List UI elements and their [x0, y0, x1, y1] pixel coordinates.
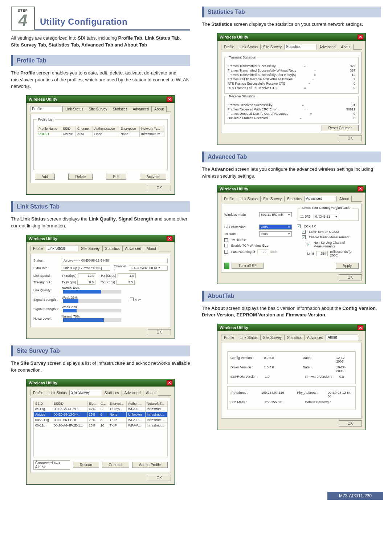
tab-profile[interactable]: Profile — [221, 335, 237, 340]
edit-button[interactable]: Edit — [106, 174, 126, 180]
tab-about[interactable]: About — [143, 390, 158, 396]
col-auth[interactable]: Authentication — [93, 126, 119, 132]
tab-profile[interactable]: Profile — [221, 196, 237, 202]
close-icon[interactable]: ✕ — [167, 236, 172, 241]
dbm-checkbox[interactable] — [130, 298, 134, 301]
profile-text: The Profile screen enables you to create… — [11, 70, 190, 90]
ok-button[interactable]: OK — [148, 475, 171, 481]
tab-site[interactable]: Site Survey — [78, 246, 102, 251]
tab-link[interactable]: Link Status — [237, 196, 260, 202]
col-net[interactable]: Network Ty... — [139, 126, 164, 132]
site-row[interactable]: 00-11g00-20-A6-4F-2E-1...26%10TKIPWPA-P.… — [34, 422, 168, 428]
tab-link[interactable]: Link Status — [46, 390, 69, 396]
tab-site[interactable]: Site Survey — [69, 390, 102, 396]
nons-checkbox[interactable] — [307, 243, 310, 246]
tab-about[interactable]: About — [144, 246, 159, 251]
bg-select[interactable]: 0: CH1-11▾ — [314, 214, 339, 219]
tab-adv[interactable]: Advanced — [122, 246, 144, 251]
site-col[interactable]: Authent... — [126, 401, 145, 406]
tx-legend: Transmit Statistics — [228, 56, 257, 59]
bgp-select[interactable]: Auto▾ — [259, 225, 292, 230]
tab-about[interactable]: About — [336, 196, 352, 202]
tab-profile[interactable]: Profile — [221, 44, 237, 50]
tab-stats[interactable]: Statistics — [284, 44, 317, 50]
ok-button[interactable]: OK — [339, 135, 362, 141]
col-enc[interactable]: Encryption — [119, 126, 140, 132]
tcp-checkbox[interactable] — [224, 244, 228, 247]
close-icon[interactable]: ✕ — [358, 186, 363, 191]
tab-profile[interactable]: Profile — [30, 390, 46, 396]
tab-site[interactable]: Site Survey — [86, 106, 110, 112]
site-col[interactable]: SSID — [34, 401, 52, 406]
tab-link[interactable]: Link Status — [237, 44, 260, 50]
close-icon[interactable]: ✕ — [358, 325, 363, 330]
site-row[interactable]: 0055-11g00-0F-66-EE-1E-...23%8TKIPWPA-P.… — [34, 417, 168, 422]
tab-profile[interactable]: Profile — [30, 106, 63, 112]
ok-button[interactable]: OK — [339, 420, 362, 426]
ok-button[interactable]: OK — [148, 185, 171, 191]
close-icon[interactable]: ✕ — [167, 380, 172, 385]
tab-link[interactable]: Link Status — [62, 106, 86, 112]
tab-about[interactable]: About — [326, 335, 358, 340]
reset-counter-button[interactable]: Reset Counter — [322, 125, 359, 131]
tab-adv[interactable]: Advanced — [304, 196, 337, 202]
tab-stats[interactable]: Statistics — [284, 196, 305, 202]
limit-value[interactable]: 250 — [316, 251, 328, 256]
site-col[interactable]: Network T... — [145, 401, 167, 406]
tab-adv[interactable]: Advanced — [122, 390, 143, 396]
profile-section-head: Profile Tab — [11, 55, 190, 66]
col-profile-name[interactable]: Profile Name — [37, 126, 61, 132]
rx-legend: Receive Statistics — [228, 94, 256, 98]
tab-link[interactable]: Link Status — [237, 335, 260, 340]
tab-adv[interactable]: Advanced — [130, 106, 152, 112]
add-button[interactable]: Add — [35, 174, 55, 180]
ok-button[interactable]: OK — [148, 329, 171, 335]
activate-button[interactable]: Activate — [140, 174, 167, 180]
tab-profile[interactable]: Profile — [30, 246, 46, 251]
turn-off-rf-button[interactable]: Turn off RF — [232, 263, 264, 269]
col-ssid[interactable]: SSID — [61, 126, 76, 132]
site-row[interactable]: cc-11g00-0A-79-6E-2D-...47%5TKIP;A...WPA… — [34, 406, 168, 412]
tab-adv[interactable]: Advanced — [304, 335, 326, 340]
ccx-checkbox[interactable] — [297, 225, 301, 228]
tab-about[interactable]: About — [338, 44, 353, 50]
rescan-button[interactable]: Rescan — [73, 462, 99, 468]
tab-stats[interactable]: Statistics — [102, 246, 123, 251]
profile-row[interactable]: PROF1 AirLive Auto Open None Infrastruct… — [37, 132, 164, 137]
about-text: The About screen displays the basic vers… — [202, 305, 381, 319]
leap-checkbox[interactable] — [302, 230, 306, 234]
speed-label: Link Speed : — [33, 274, 62, 278]
site-col[interactable]: BSSID — [52, 401, 87, 406]
tab-link[interactable]: Link Status — [46, 246, 78, 251]
col-channel[interactable]: Channel — [76, 126, 93, 132]
txburst-checkbox[interactable] — [224, 238, 228, 242]
close-icon[interactable]: ✕ — [167, 97, 172, 102]
radio-checkbox[interactable] — [302, 235, 306, 239]
site-col[interactable]: Encrypt... — [108, 401, 126, 406]
tab-stats[interactable]: Statistics — [102, 390, 122, 396]
tab-site[interactable]: Site Survey — [260, 196, 285, 202]
site-col[interactable]: C... — [99, 401, 108, 406]
wmode-select[interactable]: 802.11 B/G mix▾ — [259, 212, 292, 217]
delete-button[interactable]: Delete — [68, 174, 93, 180]
tab-about[interactable]: About — [151, 106, 167, 112]
leap-label: LEAP turn on CCKM — [309, 230, 339, 234]
add-to-profile-button[interactable]: Add to Profile — [132, 462, 168, 468]
tab-site[interactable]: Site Survey — [260, 44, 285, 50]
ok-button[interactable]: OK — [339, 274, 362, 280]
tab-stats[interactable]: Statistics — [284, 335, 305, 340]
tcp-label: Enable TCP Window Size — [231, 244, 269, 247]
tab-adv[interactable]: Advanced — [317, 44, 338, 50]
fast-value[interactable]: 70 — [257, 249, 268, 254]
apply-button[interactable]: Apply — [336, 263, 359, 269]
txrate-select[interactable]: Auto▾ — [259, 231, 292, 236]
ee-value: 1.0 — [265, 375, 305, 379]
site-row[interactable]: AirLive00-E0-98-12-34-...23%6NoneUnknown… — [34, 412, 168, 417]
connect-button[interactable]: Connect — [102, 462, 129, 468]
site-col[interactable]: Sig... — [87, 401, 99, 406]
tab-site[interactable]: Site Survey — [260, 335, 285, 340]
fastroam-checkbox[interactable] — [224, 250, 228, 254]
tab-stats[interactable]: Statistics — [110, 106, 130, 112]
stat-line: Frames Transmitted Successfully Without … — [228, 69, 355, 72]
close-icon[interactable]: ✕ — [358, 35, 363, 40]
